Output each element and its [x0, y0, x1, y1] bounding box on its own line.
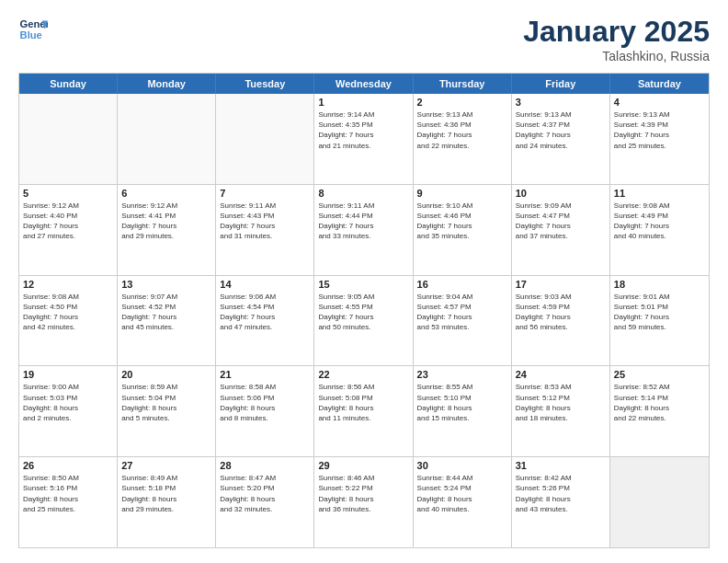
calendar-cell: 26Sunrise: 8:50 AM Sunset: 5:16 PM Dayli…	[19, 457, 118, 547]
location-subtitle: Talashkino, Russia	[523, 49, 710, 63]
calendar-cell: 18Sunrise: 9:01 AM Sunset: 5:01 PM Dayli…	[610, 276, 709, 366]
calendar-cell: 6Sunrise: 9:12 AM Sunset: 4:41 PM Daylig…	[118, 185, 216, 275]
day-number: 8	[318, 188, 408, 199]
day-number: 25	[614, 369, 705, 380]
logo: General Blue	[18, 15, 48, 44]
calendar-cell: 25Sunrise: 8:52 AM Sunset: 5:14 PM Dayli…	[610, 366, 709, 456]
day-number: 30	[417, 460, 507, 471]
day-number: 17	[516, 279, 606, 290]
calendar-cell: 23Sunrise: 8:55 AM Sunset: 5:10 PM Dayli…	[414, 366, 512, 456]
calendar-cell: 15Sunrise: 9:05 AM Sunset: 4:55 PM Dayli…	[314, 276, 413, 366]
calendar-cell: 24Sunrise: 8:53 AM Sunset: 5:12 PM Dayli…	[512, 366, 610, 456]
day-number: 21	[220, 369, 310, 380]
calendar: SundayMondayTuesdayWednesdayThursdayFrid…	[18, 73, 710, 548]
calendar-cell	[118, 94, 216, 184]
day-number: 6	[121, 188, 211, 199]
day-info: Sunrise: 9:14 AM Sunset: 4:35 PM Dayligh…	[318, 109, 408, 151]
day-info: Sunrise: 9:11 AM Sunset: 4:43 PM Dayligh…	[220, 201, 310, 242]
day-info: Sunrise: 9:07 AM Sunset: 4:52 PM Dayligh…	[121, 292, 211, 333]
day-number: 15	[318, 279, 408, 290]
calendar-cell: 8Sunrise: 9:11 AM Sunset: 4:44 PM Daylig…	[314, 185, 413, 275]
page: General Blue January 2025 Talashkino, Ru…	[0, 0, 728, 563]
calendar-cell: 20Sunrise: 8:59 AM Sunset: 5:04 PM Dayli…	[118, 366, 216, 456]
day-info: Sunrise: 8:44 AM Sunset: 5:24 PM Dayligh…	[417, 473, 507, 514]
weekday-header: Saturday	[610, 74, 709, 94]
calendar-row: 1Sunrise: 9:14 AM Sunset: 4:35 PM Daylig…	[19, 94, 709, 184]
day-number: 26	[23, 460, 113, 471]
calendar-cell: 5Sunrise: 9:12 AM Sunset: 4:40 PM Daylig…	[19, 185, 118, 275]
day-info: Sunrise: 9:08 AM Sunset: 4:49 PM Dayligh…	[614, 201, 705, 242]
day-number: 7	[220, 188, 310, 199]
calendar-cell	[610, 457, 709, 547]
calendar-cell: 30Sunrise: 8:44 AM Sunset: 5:24 PM Dayli…	[414, 457, 512, 547]
day-number: 4	[614, 97, 705, 108]
day-number: 27	[121, 460, 211, 471]
day-info: Sunrise: 9:13 AM Sunset: 4:37 PM Dayligh…	[516, 109, 606, 151]
calendar-cell: 7Sunrise: 9:11 AM Sunset: 4:43 PM Daylig…	[216, 185, 314, 275]
day-info: Sunrise: 9:05 AM Sunset: 4:55 PM Dayligh…	[318, 292, 408, 333]
day-number: 1	[318, 97, 408, 108]
calendar-cell	[216, 94, 314, 184]
day-info: Sunrise: 9:08 AM Sunset: 4:50 PM Dayligh…	[23, 292, 113, 333]
day-number: 3	[516, 97, 606, 108]
day-number: 5	[23, 188, 113, 199]
weekday-header: Thursday	[414, 74, 512, 94]
day-number: 18	[614, 279, 705, 290]
svg-text:Blue: Blue	[20, 29, 42, 40]
day-info: Sunrise: 8:59 AM Sunset: 5:04 PM Dayligh…	[121, 382, 211, 423]
calendar-cell: 1Sunrise: 9:14 AM Sunset: 4:35 PM Daylig…	[314, 94, 413, 184]
weekday-header: Wednesday	[314, 74, 413, 94]
calendar-row: 12Sunrise: 9:08 AM Sunset: 4:50 PM Dayli…	[19, 275, 709, 366]
day-info: Sunrise: 8:52 AM Sunset: 5:14 PM Dayligh…	[614, 382, 705, 423]
day-info: Sunrise: 9:04 AM Sunset: 4:57 PM Dayligh…	[417, 292, 507, 333]
calendar-cell: 10Sunrise: 9:09 AM Sunset: 4:47 PM Dayli…	[512, 185, 610, 275]
day-number: 20	[121, 369, 211, 380]
weekday-header: Tuesday	[216, 74, 314, 94]
calendar-row: 5Sunrise: 9:12 AM Sunset: 4:40 PM Daylig…	[19, 184, 709, 275]
calendar-cell: 3Sunrise: 9:13 AM Sunset: 4:37 PM Daylig…	[512, 94, 610, 184]
day-number: 22	[318, 369, 408, 380]
day-info: Sunrise: 8:56 AM Sunset: 5:08 PM Dayligh…	[318, 382, 408, 423]
calendar-cell: 13Sunrise: 9:07 AM Sunset: 4:52 PM Dayli…	[118, 276, 216, 366]
day-number: 12	[23, 279, 113, 290]
day-number: 14	[220, 279, 310, 290]
day-info: Sunrise: 8:53 AM Sunset: 5:12 PM Dayligh…	[516, 382, 606, 423]
calendar-cell: 16Sunrise: 9:04 AM Sunset: 4:57 PM Dayli…	[414, 276, 512, 366]
day-info: Sunrise: 9:01 AM Sunset: 5:01 PM Dayligh…	[614, 292, 705, 333]
day-info: Sunrise: 8:42 AM Sunset: 5:26 PM Dayligh…	[516, 473, 606, 514]
day-info: Sunrise: 9:13 AM Sunset: 4:39 PM Dayligh…	[614, 109, 705, 151]
calendar-cell: 4Sunrise: 9:13 AM Sunset: 4:39 PM Daylig…	[610, 94, 709, 184]
calendar-row: 26Sunrise: 8:50 AM Sunset: 5:16 PM Dayli…	[19, 456, 709, 547]
day-number: 13	[121, 279, 211, 290]
calendar-cell: 2Sunrise: 9:13 AM Sunset: 4:36 PM Daylig…	[414, 94, 512, 184]
calendar-body: 1Sunrise: 9:14 AM Sunset: 4:35 PM Daylig…	[19, 94, 709, 547]
day-number: 16	[417, 279, 507, 290]
calendar-row: 19Sunrise: 9:00 AM Sunset: 5:03 PM Dayli…	[19, 365, 709, 456]
weekday-header: Monday	[118, 74, 216, 94]
calendar-cell: 9Sunrise: 9:10 AM Sunset: 4:46 PM Daylig…	[414, 185, 512, 275]
calendar-cell: 22Sunrise: 8:56 AM Sunset: 5:08 PM Dayli…	[314, 366, 413, 456]
title-block: January 2025 Talashkino, Russia	[523, 15, 710, 63]
day-info: Sunrise: 8:55 AM Sunset: 5:10 PM Dayligh…	[417, 382, 507, 423]
weekday-header: Sunday	[19, 74, 118, 94]
day-info: Sunrise: 8:58 AM Sunset: 5:06 PM Dayligh…	[220, 382, 310, 423]
calendar-cell: 29Sunrise: 8:46 AM Sunset: 5:22 PM Dayli…	[314, 457, 413, 547]
day-info: Sunrise: 9:10 AM Sunset: 4:46 PM Dayligh…	[417, 201, 507, 242]
day-info: Sunrise: 8:50 AM Sunset: 5:16 PM Dayligh…	[23, 473, 113, 514]
calendar-cell: 27Sunrise: 8:49 AM Sunset: 5:18 PM Dayli…	[118, 457, 216, 547]
calendar-cell: 12Sunrise: 9:08 AM Sunset: 4:50 PM Dayli…	[19, 276, 118, 366]
calendar-cell: 21Sunrise: 8:58 AM Sunset: 5:06 PM Dayli…	[216, 366, 314, 456]
calendar-cell: 17Sunrise: 9:03 AM Sunset: 4:59 PM Dayli…	[512, 276, 610, 366]
day-info: Sunrise: 9:13 AM Sunset: 4:36 PM Dayligh…	[417, 109, 507, 151]
calendar-cell: 14Sunrise: 9:06 AM Sunset: 4:54 PM Dayli…	[216, 276, 314, 366]
day-number: 9	[417, 188, 507, 199]
day-info: Sunrise: 8:46 AM Sunset: 5:22 PM Dayligh…	[318, 473, 408, 514]
day-info: Sunrise: 9:00 AM Sunset: 5:03 PM Dayligh…	[23, 382, 113, 423]
calendar-header: SundayMondayTuesdayWednesdayThursdayFrid…	[19, 74, 709, 94]
day-info: Sunrise: 9:12 AM Sunset: 4:40 PM Dayligh…	[23, 201, 113, 242]
day-info: Sunrise: 9:11 AM Sunset: 4:44 PM Dayligh…	[318, 201, 408, 242]
weekday-header: Friday	[512, 74, 610, 94]
day-number: 29	[318, 460, 408, 471]
logo-icon: General Blue	[18, 15, 48, 44]
day-info: Sunrise: 8:47 AM Sunset: 5:20 PM Dayligh…	[220, 473, 310, 514]
